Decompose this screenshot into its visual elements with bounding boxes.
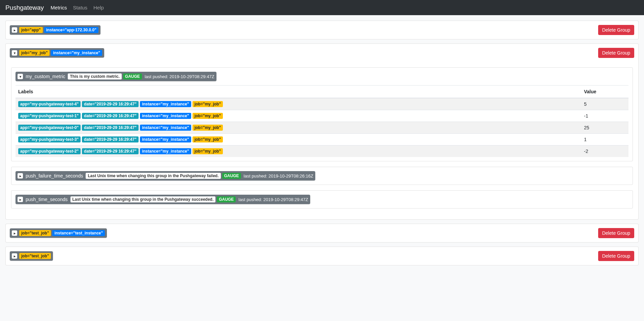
metric-header: ▸push_failure_time_secondsLast Unix time… [11,167,633,185]
metric-help: Last Unix time when changing this group … [70,196,216,202]
label-badge: app="my-pushgateway-test-2" [18,148,81,154]
table-row: app="my-pushgateway-test-3"date="2019-29… [16,134,628,146]
group-toggle[interactable]: ▾job="my_job"instance="my_instance" [10,48,104,58]
delete-group-button[interactable]: Delete Group [598,251,634,261]
label-badge: instance="test_instance" [52,230,105,236]
chevron-right-icon: ▸ [12,230,17,236]
delete-group-button[interactable]: Delete Group [598,228,634,238]
metric-help: This is my custom metric. [68,73,121,79]
metric-name: my_custom_metric [26,74,65,79]
label-badge: job="my_job" [19,50,50,56]
label-badge: job="my_job" [193,101,223,107]
metric-name: push_failure_time_seconds [26,173,83,179]
label-badge: job="my_job" [193,113,223,119]
chevron-down-icon: ▾ [12,50,17,56]
metric-toggle[interactable]: ▾my_custom_metricThis is my custom metri… [16,72,216,81]
metric-name: push_time_seconds [26,197,68,202]
group-toggle[interactable]: ▸job="test_job"instance="test_instance" [10,228,107,238]
metric-table: LabelsValueapp="my-pushgateway-test-4"da… [16,85,628,157]
labels-cell: app="my-pushgateway-test-3"date="2019-29… [16,134,581,146]
metric-pushed-text: last pushed: 2019-10-29T08:26:16Z [244,173,314,179]
labels-column-header: Labels [16,86,581,98]
group-header: ▾job="my_job"instance="my_instance"Delet… [6,44,638,62]
metric-type-badge: GAUGE [222,173,241,179]
group-header: ▸job="test_job"instance="test_instance"D… [6,224,638,242]
metric-help: Last Unix time when changing this group … [86,173,221,179]
label-badge: app="my-pushgateway-test-4" [18,101,81,107]
label-badge: instance="app-172.30.0.0" [44,27,98,33]
label-badge: job="app" [19,27,43,33]
label-badge: date="2019-29-29 16:29:47" [82,101,139,107]
metric-pushed-text: last pushed: 2019-10-29T08:29:47Z [238,197,308,202]
metric-header: ▸push_time_secondsLast Unix time when ch… [11,191,633,208]
chevron-down-icon: ▾ [18,74,23,79]
table-row: app="my-pushgateway-test-4"date="2019-29… [16,98,628,110]
value-column-header: Value [581,86,628,98]
label-badge: job="my_job" [193,125,223,131]
nav-link-metrics[interactable]: Metrics [51,5,67,10]
metric-card: ▸push_time_secondsLast Unix time when ch… [11,190,633,208]
group-toggle[interactable]: ▸job="app"instance="app-172.30.0.0" [10,25,100,35]
main-container: ▸job="app"instance="app-172.30.0.0"Delet… [0,15,644,275]
label-badge: instance="my_instance" [140,125,191,131]
chevron-right-icon: ▸ [12,27,17,33]
metric-card: ▾my_custom_metricThis is my custom metri… [11,67,633,161]
navbar-nav: MetricsStatusHelp [51,5,104,10]
metric-pushed-text: last pushed: 2019-10-29T08:29:47Z [145,74,214,79]
chevron-right-icon: ▸ [12,253,17,259]
label-badge: instance="my_instance" [51,50,102,56]
label-badge: instance="my_instance" [140,136,191,142]
group-card: ▸job="test_job"instance="test_instance"D… [5,224,639,243]
label-badge: date="2019-29-29 16:29:47" [82,148,139,154]
value-cell: 1 [581,134,628,146]
label-badge: job="my_job" [193,148,223,154]
delete-group-button[interactable]: Delete Group [598,25,634,35]
label-badge: date="2019-29-29 16:29:47" [82,125,139,131]
group-header: ▸job="test_job"Delete Group [6,247,638,265]
label-badge: instance="my_instance" [140,113,191,119]
label-badge: date="2019-29-29 16:29:47" [82,136,139,142]
labels-cell: app="my-pushgateway-test-2"date="2019-29… [16,146,581,157]
nav-link-status[interactable]: Status [73,5,87,10]
label-badge: job="test_job" [19,230,51,236]
value-cell: -2 [581,146,628,157]
chevron-right-icon: ▸ [18,173,23,179]
group-card: ▸job="app"instance="app-172.30.0.0"Delet… [5,21,639,39]
labels-cell: app="my-pushgateway-test-4"date="2019-29… [16,98,581,110]
label-badge: app="my-pushgateway-test-3" [18,136,81,142]
group-toggle[interactable]: ▸job="test_job" [10,251,53,261]
value-cell: -1 [581,110,628,122]
metric-toggle[interactable]: ▸push_failure_time_secondsLast Unix time… [16,171,315,181]
label-badge: app="my-pushgateway-test-1" [18,113,81,119]
label-badge: date="2019-29-29 16:29:47" [82,113,139,119]
navbar-brand: Pushgateway [5,4,44,11]
metric-toggle[interactable]: ▸push_time_secondsLast Unix time when ch… [16,195,310,204]
label-badge: job="my_job" [193,136,223,142]
table-row: app="my-pushgateway-test-0"date="2019-29… [16,122,628,134]
table-row: app="my-pushgateway-test-2"date="2019-29… [16,146,628,157]
value-cell: 5 [581,98,628,110]
navbar: Pushgateway MetricsStatusHelp [0,0,644,15]
table-row: app="my-pushgateway-test-1"date="2019-29… [16,110,628,122]
group-card: ▾job="my_job"instance="my_instance"Delet… [5,43,639,220]
label-badge: instance="my_instance" [140,148,191,154]
chevron-right-icon: ▸ [18,197,23,202]
metric-header: ▾my_custom_metricThis is my custom metri… [11,68,633,85]
value-cell: 25 [581,122,628,134]
group-card: ▸job="test_job"Delete Group [5,247,639,265]
group-body: ▾my_custom_metricThis is my custom metri… [6,62,638,219]
nav-link-help[interactable]: Help [93,5,104,10]
delete-group-button[interactable]: Delete Group [598,48,634,58]
label-badge: instance="my_instance" [140,101,191,107]
labels-cell: app="my-pushgateway-test-0"date="2019-29… [16,122,581,134]
metric-card: ▸push_failure_time_secondsLast Unix time… [11,167,633,185]
label-badge: job="test_job" [19,253,51,259]
metric-type-badge: GAUGE [123,73,142,79]
metric-type-badge: GAUGE [217,196,236,202]
label-badge: app="my-pushgateway-test-0" [18,125,81,131]
group-header: ▸job="app"instance="app-172.30.0.0"Delet… [6,21,638,39]
labels-cell: app="my-pushgateway-test-1"date="2019-29… [16,110,581,122]
